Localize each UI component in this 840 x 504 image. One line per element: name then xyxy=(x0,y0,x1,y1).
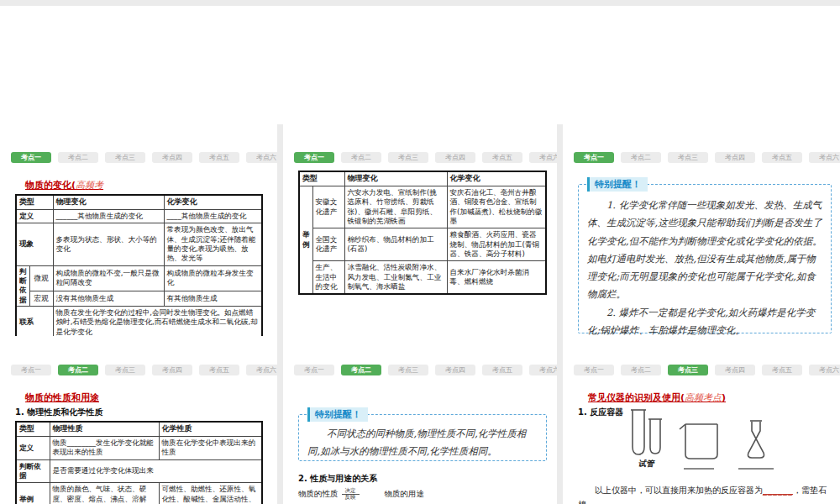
row-label-macro: 宏观 xyxy=(29,291,53,307)
tab-bar: 考点一考点二考点三考点四考点五考点六 xyxy=(283,129,557,168)
relation-diagram: 物质的性质 决定 反映 物质的用途 xyxy=(298,488,557,501)
reminder-text: 1. 化学变化常伴随一些现象如发光、发热、生成气体、生成沉淀等,这些现象只能帮助… xyxy=(579,185,831,336)
row-label-examples: 举例 xyxy=(299,186,312,294)
beaker-figure xyxy=(677,421,721,470)
reminder-box: 特别提醒！ 1. 化学变化常伴随一些现象如发光、发热、生成气体、生成沉淀等,这些… xyxy=(578,184,832,333)
table-row: 定义 ______其他物质生成的变化 ____其他物质生成的变化 xyxy=(16,209,262,223)
cell-definition-physical: 物质________发生化学变化就能表现出来的性质 xyxy=(50,436,159,459)
table-row: 举例 安徽文化遗产 六安水力发电、宣纸制作(挑选原料、竹帘捞纸、剪裁纸张)、徽州… xyxy=(299,186,546,228)
tab-kaodian-3[interactable]: 考点三 xyxy=(105,365,145,375)
tab-kaodian-6[interactable]: 考点六 xyxy=(809,152,840,163)
table-row: 判断依据 微观 构成物质的微粒不变,一般只是微粒间隔改变 构成物质的微粒本身发生… xyxy=(16,265,262,291)
tab-kaodian-2-active[interactable]: 考点二 xyxy=(58,365,98,375)
reminder-badge: 特别提醒！ xyxy=(307,407,368,422)
answer-blank: ______ xyxy=(763,486,793,495)
tab-kaodian-4[interactable]: 考点四 xyxy=(435,365,475,375)
tab-kaodian-4[interactable]: 考点四 xyxy=(152,152,192,163)
tab-kaodian-6[interactable]: 考点六 xyxy=(529,365,557,375)
cell-macro-physical: 没有其他物质生成 xyxy=(53,291,164,307)
tab-kaodian-1[interactable]: 考点一 xyxy=(294,365,334,375)
changes-table: 类型 物理变化 化学变化 定义 ______其他物质生成的变化 ____其他物质… xyxy=(15,194,263,336)
col-header-type: 类型 xyxy=(299,171,344,186)
slide-5-property-use-relation[interactable]: 考点一考点二考点三考点四考点五考点六 特别提醒！ 不同状态的同种物质,物理性质不… xyxy=(283,342,557,504)
tab-bar: 考点一考点二考点三考点四考点五考点六 xyxy=(563,129,840,168)
cell-national-physical: 棉纱织布、物品材料的加工(石器) xyxy=(344,228,447,261)
tab-kaodian-2[interactable]: 考点二 xyxy=(58,152,98,163)
apparatus-figures: 试管 xyxy=(563,416,840,481)
question-text-part1: 以上仪器中，可以直接用来加热的反应容器为 xyxy=(595,486,763,495)
tab-kaodian-5[interactable]: 考点五 xyxy=(482,152,522,163)
gutter-vertical-left xyxy=(277,124,283,504)
cell-micro-physical: 构成物质的微粒不变,一般只是微粒间隔改变 xyxy=(53,265,164,291)
tab-kaodian-6[interactable]: 考点六 xyxy=(809,365,840,375)
slide-2-examples[interactable]: 考点一考点二考点三考点四考点五考点六 类型 物理变化 化学变化 举例 安徽文化遗… xyxy=(283,129,557,336)
slide-1-changes-of-matter[interactable]: 考点一考点二考点三考点四考点五考点六 物质的变化(高频考 类型 物理变化 化学变… xyxy=(0,129,277,336)
tab-kaodian-2-active[interactable]: 考点二 xyxy=(341,365,381,375)
double-arrow-icon: 决定 反映 xyxy=(342,488,360,501)
tab-kaodian-2[interactable]: 考点二 xyxy=(341,152,381,163)
table-row: 宏观 没有其他物质生成 有其他物质生成 xyxy=(16,291,262,307)
tab-kaodian-1[interactable]: 考点一 xyxy=(11,365,51,375)
tab-kaodian-3[interactable]: 考点三 xyxy=(668,152,708,163)
tab-kaodian-3[interactable]: 考点三 xyxy=(388,365,428,375)
slide1-title-kai: 高频考 xyxy=(76,180,103,191)
slide-6-common-apparatus[interactable]: 考点一考点二考点三考点四考点五考点六 常见仪器的识别及使用(高频考点) 1. 反… xyxy=(563,342,840,504)
tab-kaodian-4[interactable]: 考点四 xyxy=(715,152,755,163)
slide6-title-close: ) xyxy=(722,392,726,403)
tab-kaodian-3[interactable]: 考点三 xyxy=(105,152,145,163)
reminder-badge: 特别提醒！ xyxy=(587,177,648,192)
tab-kaodian-5[interactable]: 考点五 xyxy=(762,152,802,163)
test-tubes-figure: 试管 xyxy=(628,408,664,470)
tab-kaodian-2[interactable]: 考点二 xyxy=(621,152,661,163)
slide4-title: 物质的性质和用途 xyxy=(25,391,277,404)
tab-kaodian-3[interactable]: 考点三 xyxy=(388,152,428,163)
tab-kaodian-2[interactable]: 考点二 xyxy=(621,365,661,375)
examples-table: 类型 物理变化 化学变化 举例 安徽文化遗产 六安水力发电、宣纸制作(挑选原料、… xyxy=(298,171,547,295)
cell-definition-physical: ______其他物质生成的变化 xyxy=(53,209,164,223)
tab-kaodian-1-active[interactable]: 考点一 xyxy=(294,152,334,163)
row-label-definition: 定义 xyxy=(16,209,53,223)
table-row: 类型 物理变化 化学变化 xyxy=(299,171,546,186)
cell-examples-physical: 物质的颜色、气味、状态、硬度、密度、熔点、沸点、溶解性、挥发性、导热性、 xyxy=(50,483,159,504)
cell-anhui-physical: 六安水力发电、宣纸制作(挑选原料、竹帘捞纸、剪裁纸张)、徽州石雕、阜阳剪纸、铁锻… xyxy=(344,186,447,228)
table-row: 举例 物质的颜色、气味、状态、硬度、密度、熔点、沸点、溶解性、挥发性、导热性、 … xyxy=(16,483,262,504)
table-row: 现象 多表现为状态、形状、大小等的变化 常表现为颜色改变、放出气体、生成沉淀等;… xyxy=(16,223,262,265)
tab-kaodian-1-active[interactable]: 考点一 xyxy=(574,152,614,163)
table-row: 全国文化遗产 棉纱织布、物品材料的加工(石器) 粮食酿酒、火药应用、瓷器烧制、物… xyxy=(299,228,546,261)
cell-macro-chemical: 有其他物质生成 xyxy=(164,291,262,307)
slide6-title: 常见仪器的识别及使用(高频考点) xyxy=(588,391,840,404)
tab-kaodian-5[interactable]: 考点五 xyxy=(199,365,239,375)
erlenmeyer-flask-icon xyxy=(738,419,774,461)
reminder-paragraph-1: 1. 化学变化常伴随一些现象如发光、发热、生成气体、生成沉淀等,这些现象只能帮助… xyxy=(587,197,822,304)
cell-definition-chemical: 物质在化学变化中表现出来的性质 xyxy=(159,436,262,459)
row-label-phenomenon: 现象 xyxy=(16,223,53,265)
tab-kaodian-1[interactable]: 考点一 xyxy=(574,365,614,375)
slide1-title-main: 物质的变化( xyxy=(25,180,76,191)
flask-figure xyxy=(738,419,774,470)
slide-4-properties-and-uses[interactable]: 考点一考点二考点三考点四考点五考点六 物质的性质和用途 1. 物理性质和化学性质… xyxy=(0,342,277,504)
tab-kaodian-5[interactable]: 考点五 xyxy=(482,365,522,375)
tab-bar: 考点一考点二考点三考点四考点五考点六 xyxy=(0,129,277,168)
tab-kaodian-4[interactable]: 考点四 xyxy=(715,365,755,375)
arrow-label-reflect: 反映 xyxy=(342,495,360,501)
table-row: 联系 物质在发生化学变化的过程中,会同时发生物理变化。如点燃蜡烛时,石蜡受热熔化… xyxy=(16,306,262,336)
slide-3-special-reminder[interactable]: 考点一考点二考点三考点四考点五考点六 特别提醒！ 1. 化学变化常伴随一些现象如… xyxy=(563,129,840,336)
tab-kaodian-6[interactable]: 考点六 xyxy=(246,365,277,375)
cell-definition-chemical: ____其他物质生成的变化 xyxy=(164,209,262,223)
tab-kaodian-4[interactable]: 考点四 xyxy=(152,365,192,375)
tab-kaodian-5[interactable]: 考点五 xyxy=(762,365,802,375)
tab-bar: 考点一考点二考点三考点四考点五考点六 xyxy=(563,342,840,381)
slide5-subtitle: 2. 性质与用途的关系 xyxy=(298,473,557,485)
tab-kaodian-4[interactable]: 考点四 xyxy=(435,152,475,163)
reminder-box: 特别提醒！ 不同状态的同种物质,物理性质不同,化学性质相同,如冰与水的物理性质不… xyxy=(298,414,547,461)
tab-kaodian-3-active[interactable]: 考点三 xyxy=(668,365,708,375)
tab-kaodian-6[interactable]: 考点六 xyxy=(529,152,557,163)
cell-daily-physical: 冰雪融化、活性炭吸附净水、风力发电、工业制氮气、工业制氧气、海水晒盐 xyxy=(344,261,447,295)
table-row: 类型 物理性质 化学性质 xyxy=(16,422,262,436)
tab-kaodian-6[interactable]: 考点六 xyxy=(246,152,277,163)
tab-kaodian-1-active[interactable]: 考点一 xyxy=(11,152,51,163)
tab-kaodian-5[interactable]: 考点五 xyxy=(199,152,239,163)
test-tube-icon xyxy=(628,408,664,457)
cell-phenomenon-chemical: 常表现为颜色改变、放出气体、生成沉淀等;还伴随着能量的变化,表现为吸热、放热、发… xyxy=(164,223,262,265)
col-header-chemical: 化学变化 xyxy=(164,195,262,209)
